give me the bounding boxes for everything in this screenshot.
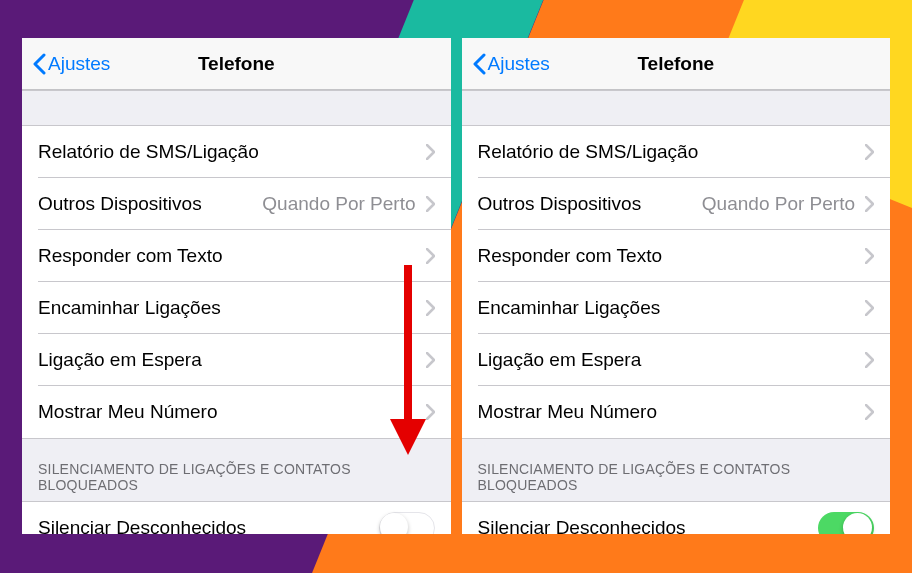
row-respond-text[interactable]: Responder com Texto (22, 230, 451, 282)
chevron-right-icon (865, 144, 874, 160)
chevron-left-icon (472, 53, 486, 75)
row-sms-report[interactable]: Relatório de SMS/Ligação (462, 126, 891, 178)
row-label: Relatório de SMS/Ligação (478, 141, 866, 163)
row-label: Encaminhar Ligações (478, 297, 866, 319)
row-detail: Quando Por Perto (262, 193, 415, 215)
row-label: Responder com Texto (38, 245, 426, 267)
row-label: Mostrar Meu Número (38, 401, 426, 423)
toggle-knob (843, 513, 872, 534)
screenshot-comparison: Ajustes Telefone Relatório de SMS/Ligaçã… (0, 0, 912, 573)
settings-group-silence: Silenciar Desconhecidos (22, 502, 451, 534)
chevron-right-icon (426, 144, 435, 160)
chevron-right-icon (426, 196, 435, 212)
back-button[interactable]: Ajustes (472, 53, 550, 75)
settings-list: Relatório de SMS/Ligação Outros Disposit… (462, 90, 891, 534)
silence-toggle[interactable] (379, 512, 435, 534)
settings-group-silence: Silenciar Desconhecidos (462, 502, 891, 534)
row-label: Responder com Texto (478, 245, 866, 267)
chevron-right-icon (865, 404, 874, 420)
settings-list: Relatório de SMS/Ligação Outros Disposit… (22, 90, 451, 534)
row-other-devices[interactable]: Outros Dispositivos Quando Por Perto (462, 178, 891, 230)
silence-toggle[interactable] (818, 512, 874, 534)
chevron-right-icon (865, 352, 874, 368)
row-other-devices[interactable]: Outros Dispositivos Quando Por Perto (22, 178, 451, 230)
chevron-left-icon (32, 53, 46, 75)
chevron-right-icon (426, 300, 435, 316)
row-label: Mostrar Meu Número (478, 401, 866, 423)
row-respond-text[interactable]: Responder com Texto (462, 230, 891, 282)
row-forward-calls[interactable]: Encaminhar Ligações (22, 282, 451, 334)
phone-right: Ajustes Telefone Relatório de SMS/Ligaçã… (462, 38, 891, 534)
section-header-silence: SILENCIAMENTO DE LIGAÇÕES E CONTATOS BLO… (22, 438, 451, 502)
row-detail: Quando Por Perto (702, 193, 855, 215)
nav-bar: Ajustes Telefone (22, 38, 451, 90)
row-label: Silenciar Desconhecidos (478, 517, 819, 534)
row-label: Outros Dispositivos (38, 193, 262, 215)
row-silence-unknown[interactable]: Silenciar Desconhecidos (462, 502, 891, 534)
nav-bar: Ajustes Telefone (462, 38, 891, 90)
chevron-right-icon (865, 196, 874, 212)
section-header-silence: SILENCIAMENTO DE LIGAÇÕES E CONTATOS BLO… (462, 438, 891, 502)
row-forward-calls[interactable]: Encaminhar Ligações (462, 282, 891, 334)
row-sms-report[interactable]: Relatório de SMS/Ligação (22, 126, 451, 178)
row-label: Relatório de SMS/Ligação (38, 141, 426, 163)
row-label: Encaminhar Ligações (38, 297, 426, 319)
back-label: Ajustes (48, 53, 110, 75)
row-label: Outros Dispositivos (478, 193, 702, 215)
row-label: Ligação em Espera (478, 349, 866, 371)
settings-group: Relatório de SMS/Ligação Outros Disposit… (462, 126, 891, 438)
back-label: Ajustes (488, 53, 550, 75)
chevron-right-icon (865, 300, 874, 316)
row-label: Silenciar Desconhecidos (38, 517, 379, 534)
row-label: Ligação em Espera (38, 349, 426, 371)
chevron-right-icon (426, 248, 435, 264)
row-call-waiting[interactable]: Ligação em Espera (22, 334, 451, 386)
chevron-right-icon (426, 352, 435, 368)
chevron-right-icon (865, 248, 874, 264)
group-divider (462, 90, 891, 126)
row-call-waiting[interactable]: Ligação em Espera (462, 334, 891, 386)
group-divider (22, 90, 451, 126)
row-show-my-number[interactable]: Mostrar Meu Número (462, 386, 891, 438)
row-silence-unknown[interactable]: Silenciar Desconhecidos (22, 502, 451, 534)
settings-group: Relatório de SMS/Ligação Outros Disposit… (22, 126, 451, 438)
row-show-my-number[interactable]: Mostrar Meu Número (22, 386, 451, 438)
phone-left: Ajustes Telefone Relatório de SMS/Ligaçã… (22, 38, 451, 534)
chevron-right-icon (426, 404, 435, 420)
toggle-knob (380, 513, 408, 534)
back-button[interactable]: Ajustes (32, 53, 110, 75)
